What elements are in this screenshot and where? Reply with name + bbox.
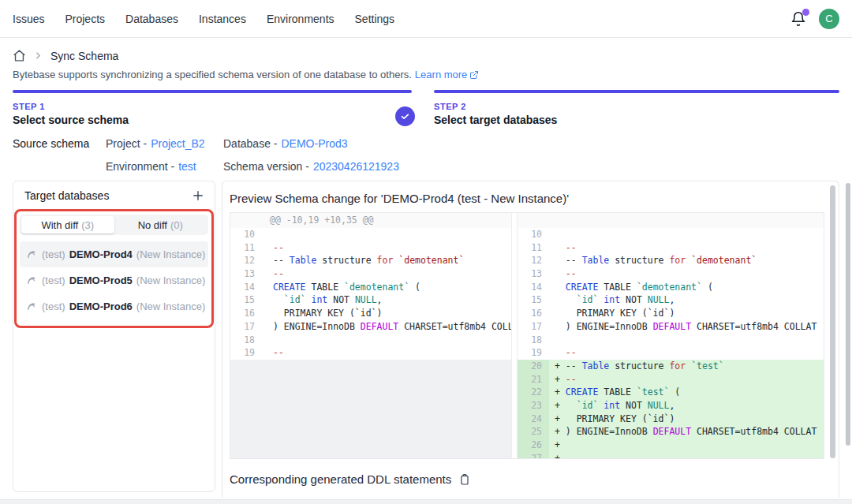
database-instance-suffix: (New Instance) [136,274,205,286]
database-instance-suffix: (New Instance) [136,301,205,312]
external-link-icon [469,70,479,80]
diff-line: 10 [518,228,824,241]
diff-tab-label: No diff [138,219,167,231]
preview-scrollbar-thumb[interactable] [830,185,835,458]
line-number: 27 [518,452,549,458]
source-field-link[interactable]: 20230426121923 [313,160,399,173]
database-name: DEMO-Prod5 [69,274,133,286]
target-database-item[interactable]: (test) DEMO-Prod5 (New Instance) [20,267,208,293]
mysql-icon [26,274,38,286]
nav-item[interactable]: Instances [199,13,246,25]
source-field-link[interactable]: test [178,160,196,173]
intro-text: Bytebase supports synchronizing a specif… [13,69,839,80]
source-field-link[interactable]: DEMO-Prod3 [281,137,347,150]
diff-tab[interactable]: No diff (0) [114,216,207,233]
bottom-edge-strip [0,499,852,504]
nav-right: C [790,9,839,29]
add-target-database-button[interactable] [191,189,205,203]
steps-bar: STEP 1 Select source schema STEP 2 Selec… [13,90,839,126]
line-number: 18 [518,334,549,347]
step-2-progress-bar [434,90,839,93]
line-number: 15 [230,293,262,307]
nav-item[interactable]: Issues [13,13,44,25]
line-number: 13 [230,267,262,281]
nav-item[interactable]: Settings [355,13,395,25]
diff-line: 13-- [230,267,511,281]
line-number: 13 [518,267,549,281]
diff-editor: @@ -10,19 +10,35 @@ 1011--12-- Table str… [230,212,824,459]
line-number: 25 [518,425,549,439]
source-field-name: Environment - [106,160,174,173]
target-database-item[interactable]: (test) DEMO-Prod4 (New Instance) [20,241,208,267]
diff-line: 14CREATE TABLE `demotenant` ( [230,281,511,294]
preview-title: Preview Schema change for 'DEMO-Prod4 (t… [230,192,839,205]
source-field: Environment -test [106,160,223,173]
source-field-name: Schema version - [223,160,309,173]
database-environment: (test) [42,248,65,260]
learn-more-label: Learn more [415,69,467,80]
diff-line: 13 -- [518,267,824,281]
diff-line: 20+ -- Table structure for `test` [518,360,824,373]
diff-line: 25+ ) ENGINE=InnoDB DEFAULT CHARSET=utf8… [518,425,824,439]
diff-line: 12-- Table structure for `demotenant` [230,254,511,267]
diff-tabs: With diff (3) No diff (0) [20,215,208,235]
source-field-name: Project - [106,137,147,150]
diff-line: 12 -- Table structure for `demotenant` [518,254,824,267]
diff-tab-count: (3) [81,219,94,231]
diff-tab[interactable]: With diff (3) [21,216,114,233]
page-scrollbar-thumb[interactable] [846,183,850,446]
step-2: STEP 2 Select target databases [434,90,839,126]
database-instance-suffix: (New Instance) [136,248,205,260]
line-number: 21 [518,373,549,386]
nav-item[interactable]: Projects [65,13,105,25]
nav-item[interactable]: Databases [125,13,178,25]
diff-tab-label: With diff [41,219,78,231]
page-title: Sync Schema [50,50,118,62]
mysql-icon [26,248,38,260]
source-field: Project -Project_B2 [106,137,223,150]
diff-line: 24+ PRIMARY KEY (`id`) [518,413,824,426]
step-1-label: STEP 1 [13,102,412,111]
schema-change-preview-panel: Preview Schema change for 'DEMO-Prod4 (t… [222,181,839,498]
database-name: DEMO-Prod6 [69,301,133,312]
line-number: 14 [518,281,549,294]
avatar[interactable]: C [819,9,839,29]
diff-line: 17) ENGINE=InnoDB DEFAULT CHARSET=utf8mb… [230,320,511,334]
learn-more-link[interactable]: Learn more [415,69,479,80]
line-number: 17 [230,320,262,334]
diff-line: 17 ) ENGINE=InnoDB DEFAULT CHARSET=utf8m… [518,320,824,334]
source-field-name: Database - [223,137,277,150]
line-number: 20 [518,360,549,373]
diff-line: 26+ [518,439,824,452]
mysql-icon [26,301,38,312]
diff-line: 18 [518,334,824,347]
nav-item[interactable]: Environments [267,13,334,25]
home-icon[interactable] [13,49,26,62]
target-database-item[interactable]: (test) DEMO-Prod6 (New Instance) [20,293,208,319]
target-databases-title: Target databases [24,189,109,202]
line-number: 18 [230,334,262,347]
line-number: 19 [230,346,262,360]
line-number: 23 [518,399,549,413]
notification-dot [802,9,809,16]
bell-icon[interactable] [790,11,806,27]
source-field-link[interactable]: Project_B2 [151,137,204,150]
diff-line: 16 PRIMARY KEY (`id`) [230,307,511,320]
intro-description: Bytebase supports synchronizing a specif… [13,69,412,80]
line-number: 12 [518,254,549,267]
diff-line: 19-- [230,346,511,360]
line-number: 15 [518,293,549,307]
diff-line: 19 -- [518,346,824,360]
breadcrumb: Sync Schema [13,49,839,62]
step-2-title: Select target databases [434,114,839,126]
diff-line: 22+ CREATE TABLE `test` ( [518,386,824,399]
diff-line: 27+ -- [518,452,824,458]
line-number: 16 [518,307,549,320]
ddl-statements-title: Corresponding generated DDL statements [230,472,451,486]
step-1-progress-bar [13,90,412,93]
line-number: 11 [230,241,262,255]
diff-line: 15 `id` int NOT NULL, [518,293,824,307]
clipboard-icon[interactable] [458,473,471,486]
line-number: 11 [518,241,549,255]
diff-pane-modified: 1011 --12 -- Table structure for `demote… [517,213,824,458]
